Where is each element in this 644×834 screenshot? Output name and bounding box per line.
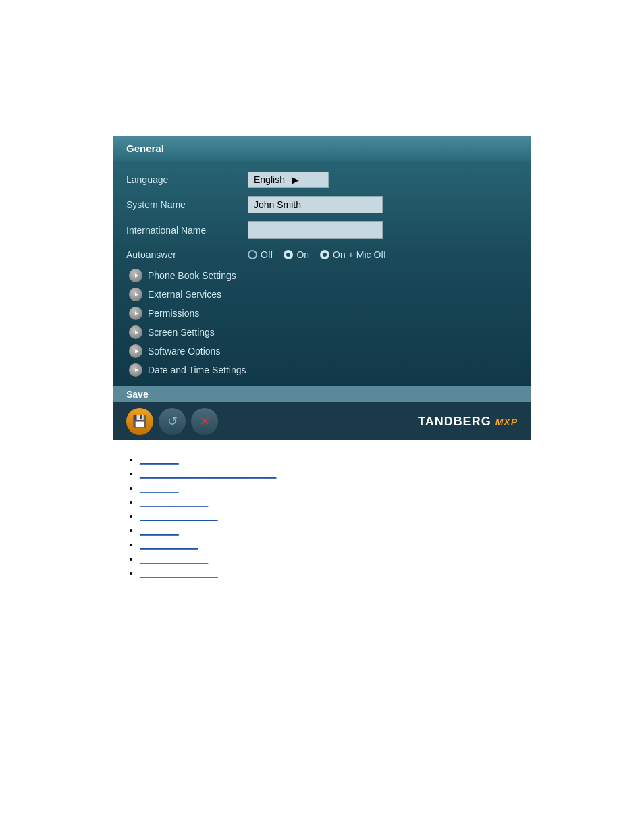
link-6[interactable]: ________	[140, 525, 179, 536]
autoanswer-on-mic-off-radio[interactable]	[320, 250, 329, 259]
link-8[interactable]: ______________	[140, 554, 208, 564]
dropdown-arrow-icon: ▶	[292, 174, 299, 185]
links-list: ________ ____________________________ __…	[126, 454, 531, 578]
links-section: ________ ____________________________ __…	[113, 454, 531, 578]
link-2[interactable]: ____________________________	[140, 469, 276, 479]
close-button[interactable]: ✕	[191, 408, 218, 435]
save-bar: Save	[113, 386, 531, 402]
list-item: ________	[140, 525, 531, 536]
toolbar: 💾 ↺ ✕ TANDBERG MXP	[113, 402, 531, 440]
autoanswer-off-option[interactable]: Off	[248, 249, 273, 260]
autoanswer-value-area: Off On On + Mic Off	[248, 249, 518, 260]
phone-book-settings-icon	[129, 269, 142, 282]
brand-name: TANDBERG	[418, 415, 491, 428]
list-item: ________	[140, 454, 531, 465]
system-name-label: System Name	[126, 199, 248, 210]
link-1[interactable]: ________	[140, 454, 179, 465]
phone-book-settings-item[interactable]: Phone Book Settings	[113, 266, 531, 285]
date-time-settings-icon	[129, 363, 142, 377]
autoanswer-on-option[interactable]: On	[284, 249, 309, 260]
date-time-settings-item[interactable]: Date and Time Settings	[113, 361, 531, 380]
screen-settings-item[interactable]: Screen Settings	[113, 323, 531, 342]
brand-logo: TANDBERG MXP	[418, 415, 518, 429]
panel-header: General	[113, 136, 531, 161]
language-label: Language	[126, 174, 248, 185]
list-item: ________________	[140, 567, 531, 578]
permissions-label: Permissions	[148, 308, 199, 319]
list-item: ______________	[140, 496, 531, 507]
reset-button[interactable]: ↺	[159, 408, 186, 435]
language-value-area: English ▶	[248, 172, 518, 188]
panel-title: General	[126, 142, 164, 154]
autoanswer-on-mic-off-label: On + Mic Off	[333, 249, 386, 260]
autoanswer-label: Autoanswer	[126, 249, 248, 260]
link-4[interactable]: ______________	[140, 497, 208, 507]
date-time-settings-label: Date and Time Settings	[148, 365, 246, 375]
list-item: ______________	[140, 553, 531, 564]
external-services-item[interactable]: External Services	[113, 285, 531, 304]
autoanswer-on-label: On	[296, 249, 309, 260]
software-options-label: Software Options	[148, 346, 220, 357]
settings-panel: General Language English ▶ System Name	[113, 136, 531, 440]
autoanswer-off-radio[interactable]	[248, 250, 257, 259]
system-name-row: System Name	[113, 192, 531, 217]
save-bar-label: Save	[126, 389, 149, 400]
autoanswer-on-mic-off-option[interactable]: On + Mic Off	[320, 249, 386, 260]
international-name-input[interactable]	[248, 221, 383, 239]
international-name-value-area	[248, 221, 518, 239]
link-3[interactable]: ________	[140, 483, 179, 493]
external-services-icon	[129, 288, 142, 301]
autoanswer-radio-group: Off On On + Mic Off	[248, 249, 386, 260]
list-item: ________	[140, 482, 531, 493]
international-name-row: International Name	[113, 217, 531, 243]
save-button[interactable]: 💾	[126, 408, 153, 435]
permissions-item[interactable]: Permissions	[113, 304, 531, 323]
panel-body: Language English ▶ System Name Internati…	[113, 161, 531, 386]
brand-suffix: MXP	[495, 417, 518, 427]
language-dropdown[interactable]: English ▶	[248, 172, 329, 188]
list-item: ________________	[140, 511, 531, 521]
language-value: English	[254, 174, 285, 185]
system-name-value-area	[248, 196, 518, 213]
autoanswer-on-radio[interactable]	[284, 250, 293, 259]
phone-book-settings-label: Phone Book Settings	[148, 270, 236, 281]
link-5[interactable]: ________________	[140, 511, 218, 521]
software-options-item[interactable]: Software Options	[113, 342, 531, 361]
link-7[interactable]: ____________	[140, 540, 198, 550]
screen-settings-label: Screen Settings	[148, 327, 215, 338]
external-services-label: External Services	[148, 289, 221, 300]
international-name-label: International Name	[126, 225, 248, 236]
system-name-input[interactable]	[248, 196, 383, 213]
software-options-icon	[129, 344, 142, 358]
list-item: ____________	[140, 539, 531, 550]
toolbar-buttons: 💾 ↺ ✕	[126, 408, 218, 435]
autoanswer-off-label: Off	[261, 249, 273, 260]
language-row: Language English ▶	[113, 167, 531, 192]
list-item: ____________________________	[140, 468, 531, 479]
permissions-icon	[129, 307, 142, 320]
autoanswer-row: Autoanswer Off On On + Mic O	[113, 243, 531, 266]
link-9[interactable]: ________________	[140, 568, 218, 578]
screen-settings-icon	[129, 325, 142, 339]
